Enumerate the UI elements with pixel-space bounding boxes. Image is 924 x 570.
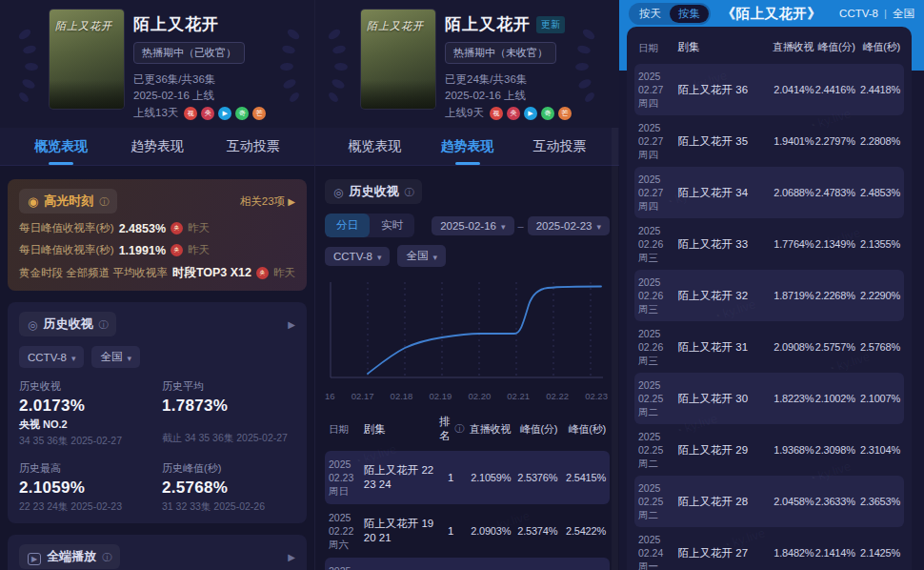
table-row[interactable]: 202502.26周三 陌上又花开 33 1.7764% 2.1349% 2.1… <box>634 218 904 270</box>
mgtv-icon: 芒 <box>558 107 572 120</box>
highlight-item: 每日峰值收视率(秒) 2.4853% 央 昨天 <box>19 221 295 235</box>
chevron-down-icon <box>377 251 382 262</box>
highlight-card-title: 高光时刻 <box>19 189 117 214</box>
red-tv-platform-icon: 视 <box>490 107 503 120</box>
highlight-item: 每日峰值收视率(秒) 1.1991% 央 昨天 <box>19 243 295 257</box>
tab-voting[interactable]: 互动投票 <box>530 131 591 163</box>
poster-figures <box>50 80 124 109</box>
chevron-down-icon <box>71 352 76 363</box>
stat-history-average: 历史平均 1.7873% 截止 34 35 36集 2025-02-27 <box>162 379 295 448</box>
laurel-right-icon <box>575 27 596 103</box>
history-ratings-card: 历史收视 ▶ CCTV-8 全国 历史收视 2.0173% 央视 NO.2 34 <box>8 302 307 523</box>
show-header: 陌上又花开 陌上又花开 更新 热播期中（未收官） 已更24集/共36集 2025… <box>315 0 619 128</box>
table-row[interactable]: 202502.27周四 陌上又花开 36 2.0414% 2.4416% 2.4… <box>634 64 904 115</box>
chart-x-axis: 1602.17 02.1802.19 02.2002.21 02.2202.23 <box>325 389 610 401</box>
chevron-right-icon[interactable]: ▶ <box>288 552 295 562</box>
trend-tabbar: 概览表现 趋势表现 互动投票 <box>315 128 619 166</box>
online-days: 上线9天 <box>445 106 484 120</box>
toggle-daily[interactable]: 分日 <box>325 214 370 237</box>
show-title: 陌上又花开 <box>133 13 219 35</box>
poster-title: 陌上又花开 <box>367 19 430 33</box>
table-row[interactable]: 202502.24周一 陌上又花开 27 1.8482% 2.1414% 2.1… <box>634 527 904 570</box>
chevron-down-icon <box>501 220 506 232</box>
chevron-right-icon[interactable]: ▶ <box>288 319 295 330</box>
iqiyi-icon: 奇 <box>541 107 554 120</box>
channel-select[interactable]: CCTV-8 <box>325 247 390 266</box>
tab-overview[interactable]: 概览表现 <box>30 131 91 163</box>
table-row[interactable]: 202502.23周日 陌上又花开 22 23 24 1 2.1059% 2.5… <box>325 451 610 504</box>
tab-overview[interactable]: 概览表现 <box>345 131 406 163</box>
all-platform-playback-card: 全端播放 ▶ 播放市占 热度 播放市占 16.96%No.2 2025-02-2… <box>8 535 307 570</box>
tencent-video-icon: ▶ <box>524 107 537 120</box>
region-select[interactable]: 全国 <box>397 245 446 267</box>
table-row[interactable]: 202502.21周五 陌上又花开 16 17 18 2 1.6504% 2.1… <box>325 558 610 570</box>
chevron-right-icon: ▶ <box>288 196 295 207</box>
info-icon[interactable] <box>454 422 464 436</box>
show-poster[interactable]: 陌上又花开 <box>50 10 124 109</box>
date-from-select[interactable]: 2025-02-16 <box>432 216 513 235</box>
region-select[interactable]: 全国 <box>91 346 140 368</box>
related-items-link[interactable]: 相关23项 ▶ <box>240 194 295 209</box>
tab-trend[interactable]: 趋势表现 <box>127 131 188 163</box>
info-icon[interactable] <box>98 316 108 332</box>
show-poster[interactable]: 陌上又花开 <box>361 10 435 109</box>
ratings-icon <box>333 185 343 199</box>
toggle-by-episode[interactable]: 按集 <box>670 5 709 23</box>
tab-voting[interactable]: 互动投票 <box>223 131 284 163</box>
table-row[interactable]: 202502.27周四 陌上又花开 35 1.9401% 2.2797% 2.2… <box>634 115 904 167</box>
info-icon[interactable] <box>102 549 111 564</box>
channel-logo-icon: 央 <box>171 244 183 256</box>
daily-ratings-table: 日期 剧集 排名 直播收视 峰值(分) 峰值(秒) 202502.23周日 陌上… <box>325 411 610 570</box>
ratings-line-chart[interactable]: 1602.17 02.1802.19 02.2002.21 02.2202.23 <box>325 278 610 401</box>
status-badge: 热播期中（已收官） <box>133 42 245 64</box>
laurel-left-icon <box>327 27 348 103</box>
laurel-left-icon <box>17 27 38 103</box>
poster-figures <box>361 80 435 109</box>
toggle-realtime[interactable]: 实时 <box>370 214 414 237</box>
chevron-down-icon <box>127 352 131 363</box>
show-title: 陌上又花开 <box>445 13 531 35</box>
chevron-down-icon <box>432 251 437 262</box>
stat-history-max: 历史最高 2.1059% 22 23 24集 2025-02-23 <box>19 461 152 514</box>
highlight-moments-card: 高光时刻 相关23项 ▶ 每日峰值收视率(秒) 2.4853% 央 昨天 每日峰… <box>8 179 307 291</box>
table-body: 202502.23周日 陌上又花开 22 23 24 1 2.1059% 2.5… <box>325 451 610 570</box>
show-info: 陌上又花开 更新 热播期中（未收官） 已更24集/共36集 2025-02-16… <box>445 13 572 120</box>
online-date: 2025-02-16 上线 <box>133 88 266 104</box>
tab-trend[interactable]: 趋势表现 <box>437 131 498 163</box>
laurel-right-icon <box>280 27 301 103</box>
online-days: 上线13天 <box>133 106 178 120</box>
info-icon[interactable] <box>99 193 109 209</box>
ratings-dashboard: 陌上又花开 陌上又花开 热播期中（已收官） 已更36集/共36集 2025-02… <box>0 0 924 570</box>
mgtv-icon: 芒 <box>252 107 266 120</box>
channel-logo-icon: 央 <box>171 222 183 234</box>
mode-toggle: 分日 实时 <box>325 214 414 237</box>
table-row[interactable]: 202502.27周四 陌上又花开 34 2.0688% 2.4783% 2.4… <box>634 167 904 218</box>
table-row[interactable]: 202502.26周三 陌上又花开 31 2.0908% 2.5757% 2.5… <box>634 321 904 373</box>
table-row[interactable]: 202502.22周六 陌上又花开 19 20 21 1 2.0903% 2.5… <box>325 504 610 558</box>
right-panel-title: 《陌上又花开》 <box>722 5 822 23</box>
date-range-dash: – <box>518 220 524 232</box>
table-row[interactable]: 202502.25周二 陌上又花开 29 1.9368% 2.3098% 2.3… <box>634 424 904 476</box>
show-header: 陌上又花开 陌上又花开 热播期中（已收官） 已更36集/共36集 2025-02… <box>0 0 314 128</box>
channel-select[interactable]: CCTV-8 <box>19 346 84 368</box>
medal-icon <box>28 194 38 209</box>
table-row[interactable]: 202502.26周三 陌上又花开 32 1.8719% 2.2268% 2.2… <box>634 270 904 321</box>
table-row[interactable]: 202502.25周二 陌上又花开 30 1.8223% 2.1002% 2.1… <box>634 373 904 424</box>
update-badge: 更新 <box>536 16 565 33</box>
date-to-select[interactable]: 2025-02-23 <box>528 216 610 235</box>
table-row[interactable]: 202502.25周二 陌上又花开 28 2.0458% 2.3633% 2.3… <box>634 476 904 527</box>
online-date: 2025-02-16 上线 <box>445 88 572 104</box>
episode-ratings-card: 日期 剧集 直播收视 峰值(分) 峰值(秒) 202502.27周四 陌上又花开… <box>627 27 912 570</box>
panel-episode-ratings: 按天 按集 《陌上又花开》 CCTV-8|全国 日期 剧集 直播收视 峰值(分)… <box>619 0 924 570</box>
show-info: 陌上又花开 热播期中（已收官） 已更36集/共36集 2025-02-16 上线… <box>133 13 266 120</box>
panel-show-overview: 陌上又花开 陌上又花开 热播期中（已收官） 已更36集/共36集 2025-02… <box>0 0 314 570</box>
red-tv-platform-icon: 视 <box>184 107 197 120</box>
table-header: 日期 剧集 排名 直播收视 峰值(分) 峰值(秒) <box>325 411 610 451</box>
tencent-video-icon: ▶ <box>218 107 231 120</box>
iqiyi-icon: 奇 <box>235 107 249 120</box>
toggle-by-day[interactable]: 按天 <box>631 5 670 23</box>
channel-region-label: CCTV-8|全国 <box>839 7 914 21</box>
info-icon[interactable] <box>404 184 413 199</box>
channel-logo-icon: 央 <box>256 267 269 279</box>
red-tv-platform-icon: 央 <box>507 107 520 120</box>
